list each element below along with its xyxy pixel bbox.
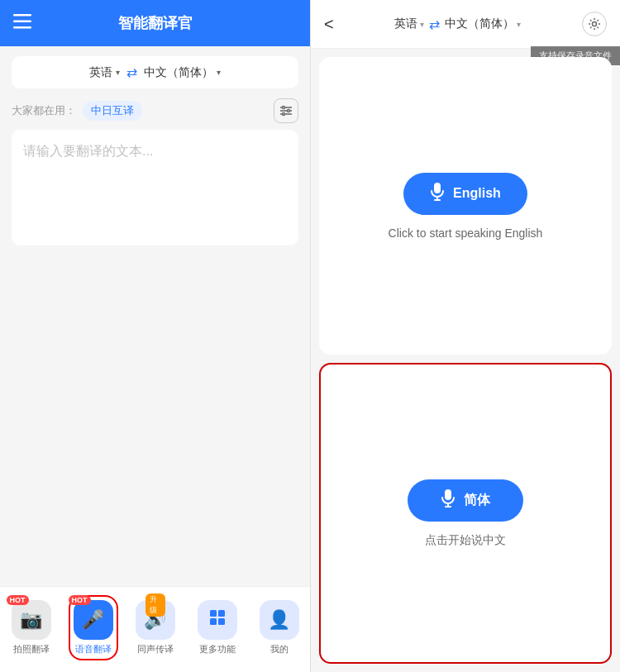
menu-icon[interactable] (13, 12, 31, 34)
right-header: < 英语 ▾ ⇄ 中文（简体） ▾ (311, 0, 620, 49)
english-speech-hint: Click to start speaking English (389, 226, 543, 240)
svg-rect-10 (218, 610, 225, 617)
right-source-arrow: ▾ (420, 20, 424, 29)
nav-icon-simultaneous: 升级 🔊 (136, 600, 175, 640)
left-panel: 智能翻译官 英语 ▾ ⇄ 中文（简体） ▾ 大家都在用： 中日互译 (0, 0, 310, 672)
nav-icon-more (198, 600, 237, 640)
target-lang-btn[interactable]: 中文（简体） ▾ (144, 65, 221, 80)
svg-rect-0 (13, 14, 31, 17)
nav-item-mine[interactable]: 👤 我的 (255, 600, 304, 655)
chinese-speech-label: 简体 (464, 492, 490, 509)
nav-item-voice[interactable]: HOT 🎤 语音翻译 (69, 595, 118, 660)
right-target-lang-btn[interactable]: 中文（简体） ▾ (445, 17, 521, 31)
nav-item-simultaneous[interactable]: 升级 🔊 同声传译 (131, 600, 180, 655)
back-button[interactable]: < (324, 15, 334, 34)
mic-icon-english (430, 183, 445, 205)
popular-bar: 大家都在用： 中日互译 (0, 98, 310, 130)
svg-point-8 (283, 113, 285, 116)
nav-label-simultaneous: 同声传译 (137, 643, 174, 655)
badge-upgrade: 升级 (145, 593, 165, 617)
nav-label-more: 更多功能 (199, 643, 236, 655)
svg-rect-17 (445, 489, 451, 500)
right-content: English Click to start speaking English … (311, 49, 620, 672)
filter-settings-btn[interactable] (274, 98, 298, 123)
popular-label: 大家都在用： (12, 103, 76, 118)
text-input-placeholder: 请输入要翻译的文本... (23, 144, 153, 158)
more-icon (207, 608, 227, 632)
mic-icon-chinese (441, 489, 455, 512)
left-content-area (0, 245, 310, 586)
svg-rect-1 (13, 21, 31, 23)
nav-icon-mine: 👤 (260, 600, 299, 640)
settings-icon[interactable] (582, 12, 607, 36)
source-lang-arrow: ▾ (116, 68, 120, 77)
english-speech-label: English (453, 186, 501, 201)
photo-icon: 📷 (20, 609, 42, 631)
speech-top-section: English Click to start speaking English (319, 57, 612, 355)
nav-icon-photo: HOT 📷 (12, 600, 51, 640)
svg-rect-9 (210, 610, 217, 617)
popular-tag[interactable]: 中日互译 (83, 101, 142, 121)
speech-bottom-section: 简体 点击开始说中文 (319, 363, 612, 664)
target-lang-arrow: ▾ (217, 68, 221, 77)
nav-label-mine: 我的 (270, 643, 289, 655)
svg-rect-11 (210, 618, 217, 625)
mine-icon: 👤 (268, 609, 290, 631)
app-title: 智能翻译官 (118, 13, 193, 33)
source-lang-btn[interactable]: 英语 ▾ (89, 65, 120, 80)
svg-rect-12 (218, 618, 225, 625)
svg-point-6 (283, 107, 285, 109)
bottom-nav: HOT 📷 拍照翻译 HOT 🎤 语音翻译 升级 🔊 同声传译 (0, 586, 310, 672)
text-input-area[interactable]: 请输入要翻译的文本... (12, 130, 298, 245)
badge-hot-voice: HOT (69, 595, 91, 605)
right-target-arrow: ▾ (517, 20, 521, 29)
swap-icon[interactable]: ⇄ (126, 64, 137, 80)
left-header: 智能翻译官 (0, 0, 310, 46)
right-target-lang-label: 中文（简体） (445, 17, 514, 31)
right-lang-selector: 英语 ▾ ⇄ 中文（简体） ▾ (342, 17, 574, 32)
nav-item-more[interactable]: 更多功能 (193, 600, 242, 655)
right-panel: < 英语 ▾ ⇄ 中文（简体） ▾ 支持保存录音文件 (310, 0, 620, 672)
right-source-lang-btn[interactable]: 英语 ▾ (394, 17, 424, 31)
svg-rect-2 (13, 26, 31, 29)
svg-point-7 (288, 110, 290, 112)
right-swap-icon[interactable]: ⇄ (429, 17, 440, 32)
svg-rect-14 (434, 183, 441, 193)
chinese-speech-button[interactable]: 简体 (408, 479, 523, 522)
voice-icon: 🎤 (82, 609, 104, 631)
nav-icon-voice: HOT 🎤 (74, 600, 113, 640)
target-lang-label: 中文（简体） (144, 65, 213, 80)
english-speech-button[interactable]: English (403, 173, 527, 215)
lang-selector: 英语 ▾ ⇄ 中文（简体） ▾ (12, 56, 298, 88)
badge-hot-photo: HOT (7, 595, 29, 605)
svg-point-13 (593, 22, 597, 26)
chinese-speech-hint: 点击开始说中文 (425, 533, 506, 548)
nav-item-photo[interactable]: HOT 📷 拍照翻译 (7, 600, 56, 655)
source-lang-label: 英语 (89, 65, 112, 80)
nav-label-photo: 拍照翻译 (13, 643, 50, 655)
nav-label-voice: 语音翻译 (75, 643, 112, 655)
right-source-lang-label: 英语 (394, 17, 417, 31)
